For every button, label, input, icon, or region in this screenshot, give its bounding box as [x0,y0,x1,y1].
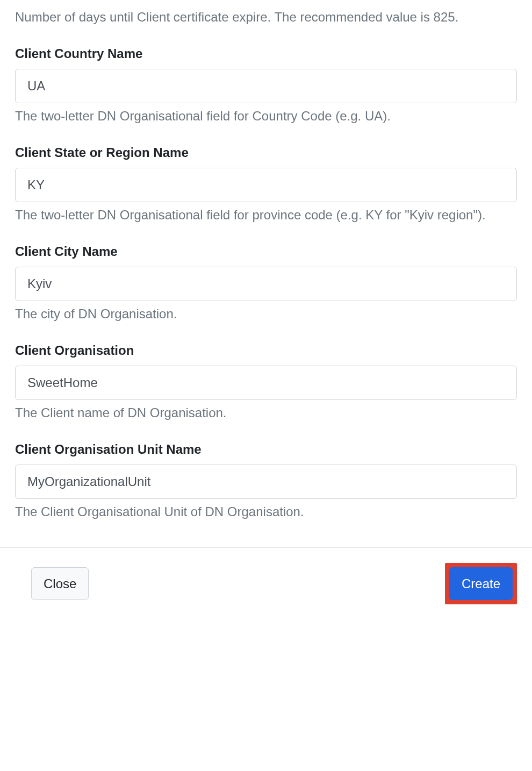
label-org-unit: Client Organisation Unit Name [15,442,517,457]
form-group-org-unit: Client Organisation Unit Name The Client… [15,442,517,522]
input-city[interactable] [15,267,517,301]
input-org-unit[interactable] [15,465,517,499]
input-country[interactable] [15,69,517,103]
intro-help-text: Number of days until Client certificate … [15,0,517,27]
label-org: Client Organisation [15,343,517,358]
help-city: The city of DN Organisation. [15,304,517,324]
help-org-unit: The Client Organisational Unit of DN Org… [15,502,517,522]
create-button-highlight: Create [445,563,517,604]
form-group-city: Client City Name The city of DN Organisa… [15,244,517,324]
form-group-org: Client Organisation The Client name of D… [15,343,517,423]
help-state: The two-letter DN Organisational field f… [15,205,517,225]
label-state: Client State or Region Name [15,145,517,160]
input-state[interactable] [15,168,517,202]
close-button[interactable]: Close [31,567,89,600]
footer: Close Create [0,548,532,619]
create-button[interactable]: Create [449,567,513,600]
form-container: Number of days until Client certificate … [0,0,532,522]
form-group-state: Client State or Region Name The two-lett… [15,145,517,225]
help-org: The Client name of DN Organisation. [15,403,517,423]
help-country: The two-letter DN Organisational field f… [15,106,517,126]
label-country: Client Country Name [15,46,517,61]
form-group-country: Client Country Name The two-letter DN Or… [15,46,517,126]
input-org[interactable] [15,366,517,400]
label-city: Client City Name [15,244,517,259]
